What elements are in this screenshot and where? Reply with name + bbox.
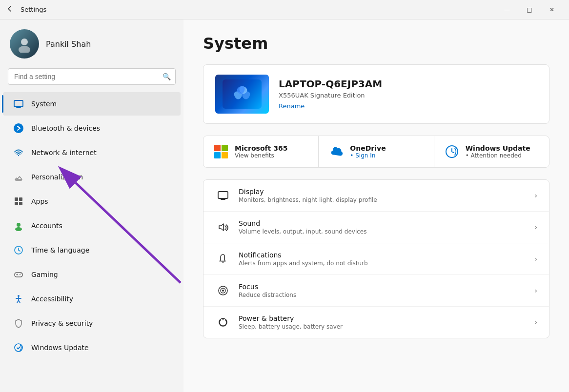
sidebar-item-bluetooth[interactable]: Bluetooth & devices xyxy=(3,117,181,140)
svg-point-39 xyxy=(222,290,224,292)
app-title: Settings xyxy=(20,6,46,13)
ms365-name: Microsoft 365 xyxy=(235,144,287,152)
sidebar-item-privacy[interactable]: Privacy & security xyxy=(3,312,181,335)
time-icon xyxy=(13,244,24,256)
svg-rect-28 xyxy=(214,145,221,151)
gaming-icon xyxy=(13,269,24,280)
window-controls: — □ ✕ xyxy=(496,0,563,20)
winupdate-service-sub: Attention needed xyxy=(466,152,530,159)
focus-chevron: › xyxy=(534,287,537,294)
sidebar-item-apps[interactable]: Apps xyxy=(3,190,181,213)
sidebar-item-winupdate[interactable]: Windows Update xyxy=(3,336,181,359)
svg-point-20 xyxy=(20,274,21,274)
search-input[interactable] xyxy=(8,68,176,85)
sidebar-item-label-network: Network & internet xyxy=(31,149,97,157)
sidebar-item-label-apps: Apps xyxy=(31,197,48,205)
personalization-icon xyxy=(13,171,24,183)
notifications-icon xyxy=(215,251,231,267)
sidebar-item-label-accounts: Accounts xyxy=(31,222,62,230)
svg-point-11 xyxy=(17,223,20,227)
focus-sub: Reduce distractions xyxy=(239,292,527,298)
sidebar-item-accounts[interactable]: Accounts xyxy=(3,214,181,237)
sound-title: Sound xyxy=(239,219,527,227)
accounts-icon xyxy=(13,220,24,232)
search-icon: 🔍 xyxy=(163,73,171,80)
sidebar-item-label-system: System xyxy=(31,100,57,108)
sidebar-item-time[interactable]: Time & language xyxy=(3,238,181,262)
svg-point-1 xyxy=(19,46,30,53)
svg-rect-29 xyxy=(222,145,228,151)
sidebar-item-label-accessibility: Accessibility xyxy=(31,295,73,303)
settings-list: Display Monitors, brightness, night ligh… xyxy=(203,179,549,338)
notifications-chevron: › xyxy=(534,255,537,263)
svg-rect-2 xyxy=(14,100,23,107)
titlebar: Settings — □ ✕ xyxy=(0,0,569,20)
settings-item-power[interactable]: Power & battery Sleep, battery usage, ba… xyxy=(203,307,549,338)
power-icon xyxy=(215,314,231,330)
svg-point-6 xyxy=(18,155,19,156)
service-onedrive[interactable]: OneDrive • Sign In xyxy=(318,136,433,167)
sidebar-item-accessibility[interactable]: Accessibility xyxy=(3,287,181,311)
svg-rect-30 xyxy=(214,152,221,158)
user-section: Pankil Shah xyxy=(0,20,183,68)
sidebar-item-label-privacy: Privacy & security xyxy=(31,319,93,327)
services-row: Microsoft 365 View benefits OneDrive • S… xyxy=(203,136,549,168)
minimize-button[interactable]: — xyxy=(496,0,518,20)
sidebar-item-system[interactable]: System xyxy=(3,92,181,116)
svg-line-25 xyxy=(19,300,20,303)
avatar xyxy=(10,29,39,59)
device-model: X556UAK Signature Edition xyxy=(279,92,537,99)
rename-link[interactable]: Rename xyxy=(279,102,305,110)
display-title: Display xyxy=(239,188,527,196)
settings-item-sound[interactable]: Sound Volume levels, output, input, soun… xyxy=(203,212,549,243)
svg-rect-16 xyxy=(15,273,22,277)
onedrive-name: OneDrive xyxy=(350,144,386,152)
back-button[interactable] xyxy=(6,5,16,15)
svg-rect-33 xyxy=(218,192,228,198)
focus-icon xyxy=(215,283,231,298)
power-sub: Sleep, battery usage, battery saver xyxy=(239,323,527,330)
svg-point-5 xyxy=(14,123,23,133)
apps-icon xyxy=(13,196,24,207)
sidebar-item-label-winupdate: Windows Update xyxy=(31,344,89,352)
display-icon xyxy=(215,188,231,203)
settings-item-focus[interactable]: Focus Reduce distractions › xyxy=(203,275,549,307)
sound-icon xyxy=(215,219,231,235)
onedrive-sub: • Sign In xyxy=(350,152,386,159)
close-button[interactable]: ✕ xyxy=(541,0,563,20)
service-winupdate[interactable]: Windows Update Attention needed xyxy=(434,136,549,167)
svg-rect-8 xyxy=(19,197,22,201)
sound-sub: Volume levels, output, input, sound devi… xyxy=(239,228,527,235)
svg-marker-36 xyxy=(219,224,224,231)
power-chevron: › xyxy=(534,318,537,326)
privacy-icon xyxy=(13,317,24,329)
winupdate-service-icon xyxy=(444,144,460,159)
search-box: 🔍 xyxy=(8,68,176,85)
svg-rect-10 xyxy=(19,202,22,205)
settings-item-notifications[interactable]: Notifications Alerts from apps and syste… xyxy=(203,243,549,275)
service-ms365[interactable]: Microsoft 365 View benefits xyxy=(203,136,318,167)
user-name: Pankil Shah xyxy=(46,39,91,49)
maximize-button[interactable]: □ xyxy=(518,0,541,20)
sidebar-item-label-gaming: Gaming xyxy=(31,271,58,278)
settings-item-display[interactable]: Display Monitors, brightness, night ligh… xyxy=(203,180,549,212)
svg-line-15 xyxy=(19,250,20,251)
sidebar-item-personalization[interactable]: Personalization xyxy=(3,165,181,189)
sidebar-item-network[interactable]: Network & internet xyxy=(3,141,181,164)
svg-rect-9 xyxy=(15,202,18,205)
accessibility-icon xyxy=(13,293,24,305)
page-title: System xyxy=(203,34,549,53)
sidebar-item-gaming[interactable]: Gaming xyxy=(3,263,181,286)
sidebar-item-label-bluetooth: Bluetooth & devices xyxy=(31,124,100,132)
svg-point-19 xyxy=(20,274,20,275)
notifications-sub: Alerts from apps and system, do not dist… xyxy=(239,260,527,267)
winupdate-icon xyxy=(13,342,24,353)
network-icon xyxy=(13,147,24,158)
svg-point-0 xyxy=(21,39,28,45)
winupdate-service-name: Windows Update xyxy=(466,144,530,152)
system-icon xyxy=(13,98,24,110)
sidebar: Pankil Shah 🔍 System xyxy=(0,20,183,392)
device-card: LAPTOP-Q6EJP3AM X556UAK Signature Editio… xyxy=(203,64,549,124)
nav-items: System Bluetooth & devices xyxy=(0,92,183,360)
onedrive-icon xyxy=(328,144,344,159)
